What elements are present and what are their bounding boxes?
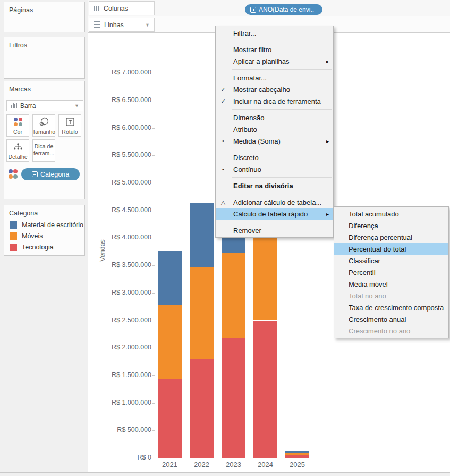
- columns-shelf: Colunas ANO(Data de envi..: [88, 0, 450, 16]
- menu-item-média-móvel[interactable]: Média móvel: [334, 278, 448, 290]
- context-menu: Filtrar...Mostrar filtroAplicar a planil…: [215, 26, 334, 238]
- menu-item-total-acumulado[interactable]: Total acumulado: [334, 208, 448, 220]
- legend-swatch: [10, 221, 17, 229]
- legend-item[interactable]: Móveis: [10, 232, 43, 240]
- legend-item-label: Móveis: [22, 232, 43, 240]
- menu-item-adicionar-cálculo-de-tabela[interactable]: △Adicionar cálculo de tabela...: [216, 196, 333, 208]
- menu-item-crescimento-no-ano[interactable]: Crescimento no ano: [334, 325, 448, 337]
- bullet-icon: •: [216, 163, 231, 175]
- menu-item-label: Formatar...: [231, 74, 267, 82]
- menu-item-incluir-na-dica-de-ferramenta[interactable]: ✓Incluir na dica de ferramenta: [216, 95, 333, 107]
- marks-button-detalhe-label: Detalhe: [8, 154, 27, 160]
- menu-item-label: Filtrar...: [231, 29, 256, 37]
- marks-button-cor[interactable]: Cor: [6, 114, 29, 137]
- columns-shelf-label-box[interactable]: Colunas: [89, 1, 155, 15]
- pages-title: Páginas: [4, 2, 84, 14]
- submenu-arrow-icon: ▸: [326, 59, 329, 64]
- menu-item-classificar[interactable]: Classificar: [334, 255, 448, 266]
- menu-item-label: Remover: [231, 227, 261, 235]
- menu-item-percentual-do-total[interactable]: Percentual do total: [334, 243, 448, 255]
- detail-icon: [13, 143, 23, 151]
- rows-shelf-label: Linhas: [104, 21, 124, 29]
- menu-item-filtrar[interactable]: Filtrar...: [216, 27, 333, 39]
- menu-item-mostrar-cabeçalho[interactable]: ✓Mostrar cabeçalho: [216, 83, 333, 95]
- categoria-pill-label: Categoria: [40, 171, 69, 178]
- menu-item-diferença[interactable]: Diferença: [334, 220, 448, 231]
- delta-icon: △: [216, 196, 231, 208]
- expand-plus-icon: [250, 7, 256, 13]
- menu-item-diferença-percentual[interactable]: Diferença percentual: [334, 231, 448, 243]
- marks-button-cor-label: Cor: [13, 129, 22, 135]
- menu-separator: [232, 194, 332, 194]
- menu-item-label: Média móvel: [346, 280, 388, 288]
- menu-separator: [232, 177, 332, 178]
- chevron-down-icon: ▼: [74, 103, 79, 108]
- marks-button-r-tulo-label: Rótulo: [62, 129, 78, 135]
- submenu-arrow-icon: ▸: [326, 211, 329, 217]
- menu-item-label: Discreto: [231, 154, 259, 162]
- menu-item-label: Cálculo de tabela rápido: [231, 210, 308, 218]
- menu-item-label: Taxa de crescimento composta: [346, 304, 444, 312]
- menu-item-label: Percentual do total: [346, 245, 406, 253]
- mark-type-label: Barra: [20, 102, 36, 110]
- menu-item-label: Diferença percentual: [346, 233, 412, 241]
- menu-item-formatar[interactable]: Formatar...: [216, 72, 333, 83]
- menu-item-percentil[interactable]: Percentil: [334, 266, 448, 278]
- menu-item-remover[interactable]: Remover: [216, 224, 333, 236]
- checkmark-icon: ✓: [216, 95, 231, 107]
- menu-item-atributo[interactable]: Atributo: [216, 123, 333, 135]
- menu-item-label: Medida (Soma): [231, 137, 281, 145]
- menu-item-label: Total no ano: [346, 292, 386, 300]
- pages-shelf[interactable]: Páginas: [4, 2, 85, 32]
- menu-item-total-no-ano[interactable]: Total no ano: [334, 290, 448, 302]
- menu-item-label: Mostrar filtro: [231, 46, 271, 54]
- menu-item-label: Crescimento no ano: [346, 327, 410, 335]
- expand-plus-icon: [32, 171, 38, 177]
- menu-item-aplicar-a-planilhas[interactable]: Aplicar a planilhas▸: [216, 55, 333, 67]
- legend-item[interactable]: Material de escritório: [10, 221, 83, 229]
- categoria-color-pill[interactable]: Categoria: [21, 168, 80, 180]
- menu-item-taxa-de-crescimento-composta[interactable]: Taxa de crescimento composta: [334, 302, 448, 313]
- menu-item-cálculo-de-tabela-rápido[interactable]: Cálculo de tabela rápido▸: [216, 208, 333, 220]
- menu-item-dimensão[interactable]: Dimensão: [216, 112, 333, 123]
- rows-shelf-label-box[interactable]: Linhas ▼: [89, 18, 155, 32]
- marks-button-detalhe[interactable]: Detalhe: [6, 139, 29, 162]
- text-label-icon: [65, 117, 75, 127]
- menu-item-label: Incluir na dica de ferramenta: [231, 97, 321, 105]
- bottom-strip: [0, 472, 450, 476]
- color-dots-icon: [14, 118, 22, 126]
- menu-item-mostrar-filtro[interactable]: Mostrar filtro: [216, 44, 333, 55]
- menu-separator: [232, 69, 332, 70]
- legend-title: Categoria: [4, 205, 84, 217]
- left-sidebar: Páginas Filtros Marcas Barra ▼ CorTamanh…: [0, 0, 88, 472]
- tableau-window: Páginas Filtros Marcas Barra ▼ CorTamanh…: [0, 0, 450, 476]
- quick-table-calc-submenu: Total acumuladoDiferençaDiferença percen…: [334, 206, 449, 338]
- menu-item-editar-na-divisória[interactable]: Editar na divisória: [216, 180, 333, 191]
- legend-item-label: Tecnologia: [22, 244, 54, 251]
- size-icon: [39, 117, 49, 127]
- menu-item-medida-soma[interactable]: •Medida (Soma)▸: [216, 135, 333, 147]
- filters-shelf[interactable]: Filtros: [4, 37, 85, 79]
- chevron-down-icon[interactable]: ▼: [145, 22, 150, 28]
- columns-shelf-label: Colunas: [104, 5, 128, 12]
- filters-title: Filtros: [4, 37, 84, 49]
- marks-button-r-tulo[interactable]: Rótulo: [58, 114, 81, 137]
- menu-separator: [232, 149, 332, 149]
- tooltip-button-label: ferram...: [33, 150, 54, 157]
- pill-ano-data-de-envio[interactable]: ANO(Data de envi..: [245, 4, 322, 15]
- submenu-arrow-icon: ▸: [326, 138, 329, 144]
- menu-item-label: Adicionar cálculo de tabela...: [231, 198, 321, 206]
- menu-item-label: Diferença: [346, 222, 378, 230]
- marks-button-tamanho[interactable]: Tamanho: [32, 114, 55, 137]
- mark-type-dropdown[interactable]: Barra ▼: [6, 100, 83, 111]
- marks-button-dica-de-ferram[interactable]: Dica deferram...: [32, 139, 55, 162]
- menu-separator: [232, 41, 332, 41]
- menu-item-label: Mostrar cabeçalho: [231, 86, 290, 94]
- menu-item-crescimento-anual[interactable]: Crescimento anual: [334, 313, 448, 325]
- bullet-icon: •: [216, 135, 231, 147]
- menu-item-contínuo[interactable]: •Contínuo: [216, 163, 333, 175]
- legend-item[interactable]: Tecnologia: [10, 244, 54, 251]
- menu-item-discreto[interactable]: Discreto: [216, 152, 333, 163]
- color-legend-card: Categoria Material de escritórioMóveisTe…: [4, 205, 85, 256]
- marks-button-tamanho-label: Tamanho: [32, 129, 55, 135]
